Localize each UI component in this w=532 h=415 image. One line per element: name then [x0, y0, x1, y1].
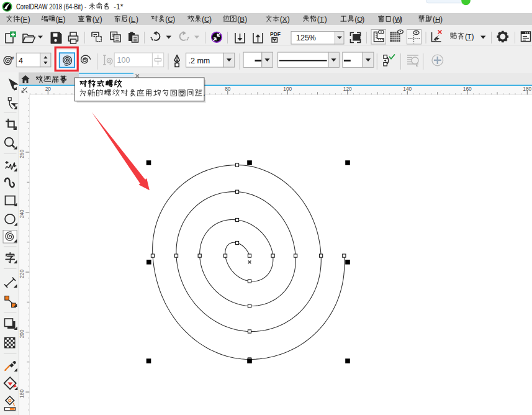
svg-text:180: 180 — [523, 86, 531, 92]
svg-text:220: 220 — [19, 269, 25, 278]
svg-text:-1*: -1* — [114, 2, 124, 11]
svg-text:20: 20 — [45, 86, 52, 92]
svg-text:100: 100 — [283, 86, 292, 92]
svg-text:4: 4 — [19, 57, 23, 65]
svg-text:100: 100 — [117, 56, 130, 65]
svg-text:): ) — [362, 15, 364, 24]
svg-text:120: 120 — [343, 86, 352, 92]
svg-text:X: X — [282, 16, 287, 23]
svg-text:): ) — [28, 15, 30, 24]
svg-text:PDF: PDF — [270, 31, 281, 37]
svg-text:260: 260 — [19, 149, 25, 158]
svg-text:180: 180 — [19, 389, 25, 398]
svg-text:): ) — [245, 15, 247, 24]
svg-text:F: F — [23, 16, 27, 23]
svg-text:): ) — [287, 15, 290, 24]
svg-text:): ) — [209, 15, 212, 24]
svg-text:.2 mm: .2 mm — [189, 57, 210, 65]
svg-text:): ) — [440, 15, 443, 24]
svg-text:140: 140 — [403, 86, 412, 92]
svg-text:125%: 125% — [296, 34, 316, 42]
svg-text:B: B — [240, 16, 245, 23]
svg-text:): ) — [325, 15, 327, 24]
svg-text:E: E — [58, 16, 63, 23]
svg-text:L: L — [131, 16, 135, 23]
svg-text:): ) — [136, 15, 138, 24]
svg-text:T: T — [320, 16, 324, 23]
svg-text:80: 80 — [225, 86, 231, 92]
svg-text:240: 240 — [19, 209, 25, 218]
svg-text:): ) — [472, 32, 474, 41]
svg-text:): ) — [400, 15, 402, 24]
svg-text:#: # — [11, 55, 14, 62]
svg-text:V: V — [95, 16, 100, 23]
svg-text:200: 200 — [19, 329, 25, 338]
svg-text:): ) — [100, 15, 102, 24]
svg-text:CorelDRAW 2018 (64-Bit) -: CorelDRAW 2018 (64-Bit) - — [16, 2, 86, 11]
svg-text:): ) — [63, 15, 65, 24]
svg-text:): ) — [173, 15, 175, 24]
svg-text:.: . — [203, 88, 205, 98]
svg-text:T: T — [467, 33, 472, 40]
svg-text:160: 160 — [463, 86, 472, 92]
